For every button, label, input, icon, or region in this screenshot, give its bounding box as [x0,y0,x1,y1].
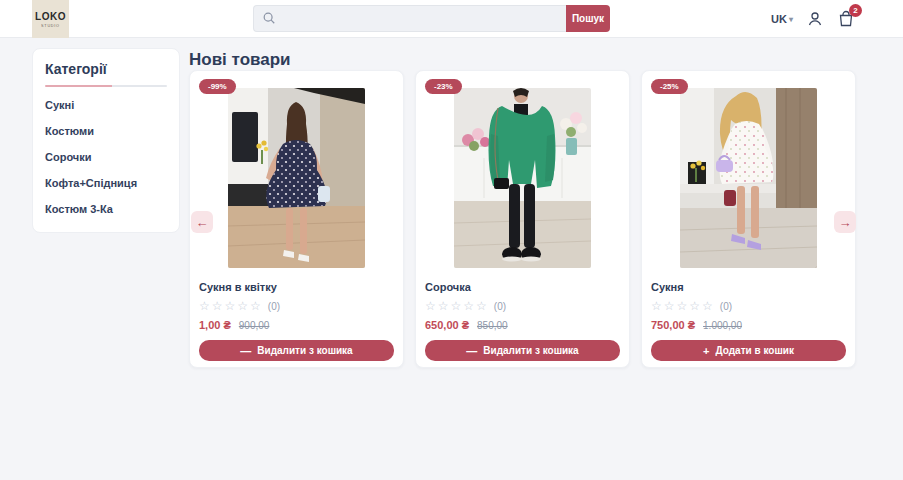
sidebar-item-suits[interactable]: Костюми [45,118,167,144]
product-card: -25% [641,70,856,368]
rating: ☆ ☆ ☆ ☆ ☆ (0) [651,299,846,313]
sidebar-divider [45,85,167,87]
account-button[interactable] [806,10,824,28]
remove-from-cart-button[interactable]: — Видалити з кошика [425,340,620,361]
button-label: Додати в кошик [716,345,794,356]
search-bar: Пошук [253,5,610,32]
product-image[interactable] [454,88,591,268]
search-input[interactable] [253,5,566,32]
sidebar-item-shirts[interactable]: Сорочки [45,144,167,170]
star-icon[interactable]: ☆ [438,299,449,313]
price-row: 750,00 ₴ 1.000,00 [651,319,846,331]
rating: ☆ ☆ ☆ ☆ ☆ (0) [199,299,394,313]
product-title[interactable]: Сорочка [425,281,620,293]
star-icon[interactable]: ☆ [463,299,474,313]
logo-text: LOKO [35,11,66,22]
star-icon[interactable]: ☆ [237,299,248,313]
price-row: 650,00 ₴ 850,00 [425,319,620,331]
language-label: UK [771,13,787,25]
language-selector[interactable]: UK ▾ [771,13,793,25]
current-price: 1,00 ₴ [199,319,231,331]
product-card: -23% Сорочк [415,70,630,368]
star-icon[interactable]: ☆ [702,299,713,313]
star-icon[interactable]: ☆ [425,299,436,313]
product-card: -99% Сукня в кві [189,70,404,368]
star-icon[interactable]: ☆ [199,299,210,313]
star-icon[interactable]: ☆ [476,299,487,313]
search-icon [262,11,276,25]
rating: ☆ ☆ ☆ ☆ ☆ (0) [425,299,620,313]
logo-subtext: STUDIO [41,22,60,27]
button-label: Видалити з кошика [483,345,578,356]
search-button[interactable]: Пошук [566,5,610,32]
arrow-right-icon: → [839,215,852,230]
star-icon[interactable]: ☆ [451,299,462,313]
sidebar-item-dresses[interactable]: Сукні [45,92,167,118]
current-price: 650,00 ₴ [425,319,469,331]
star-icon[interactable]: ☆ [664,299,675,313]
header: LOKO STUDIO Пошук UK ▾ 2 [0,0,903,38]
rating-count: (0) [268,301,280,312]
product-image[interactable] [228,88,365,268]
cart-count-badge: 2 [849,4,862,17]
star-icon[interactable]: ☆ [225,299,236,313]
product-image[interactable] [680,88,817,268]
add-to-cart-button[interactable]: + Додати в кошик [651,340,846,361]
search-input-box [253,5,566,32]
minus-icon: — [240,345,251,357]
rating-count: (0) [720,301,732,312]
minus-icon: — [466,345,477,357]
discount-badge: -23% [425,79,462,94]
user-icon [806,10,824,28]
rating-count: (0) [494,301,506,312]
sidebar-categories: Категорії Сукні Костюми Сорочки Кофта+Сп… [32,48,180,233]
star-icon[interactable]: ☆ [677,299,688,313]
current-price: 750,00 ₴ [651,319,695,331]
old-price: 1.000,00 [703,320,742,331]
star-icon[interactable]: ☆ [250,299,261,313]
discount-badge: -99% [199,79,236,94]
button-label: Видалити з кошика [257,345,352,356]
sidebar-item-sweater-skirt[interactable]: Кофта+Спідниця [45,170,167,196]
arrow-left-icon: ← [196,215,209,230]
product-carousel: -99% Сукня в кві [189,70,856,368]
sidebar-item-suit-3pc[interactable]: Костюм 3-Ка [45,196,167,222]
carousel-next-button[interactable]: → [834,211,856,233]
remove-from-cart-button[interactable]: — Видалити з кошика [199,340,394,361]
carousel-prev-button[interactable]: ← [191,211,213,233]
product-title[interactable]: Сукня в квітку [199,281,394,293]
star-icon[interactable]: ☆ [651,299,662,313]
logo[interactable]: LOKO STUDIO [32,0,69,38]
page-title: Нові товари [189,50,291,70]
discount-badge: -25% [651,79,688,94]
old-price: 900,00 [239,320,270,331]
old-price: 850,00 [477,320,508,331]
price-row: 1,00 ₴ 900,00 [199,319,394,331]
star-icon[interactable]: ☆ [212,299,223,313]
chevron-down-icon: ▾ [789,15,793,24]
cart-button[interactable]: 2 [837,10,855,28]
star-icon[interactable]: ☆ [689,299,700,313]
sidebar-title: Категорії [45,61,167,77]
header-right: UK ▾ 2 [771,0,855,38]
product-title[interactable]: Сукня [651,281,846,293]
plus-icon: + [703,345,709,357]
